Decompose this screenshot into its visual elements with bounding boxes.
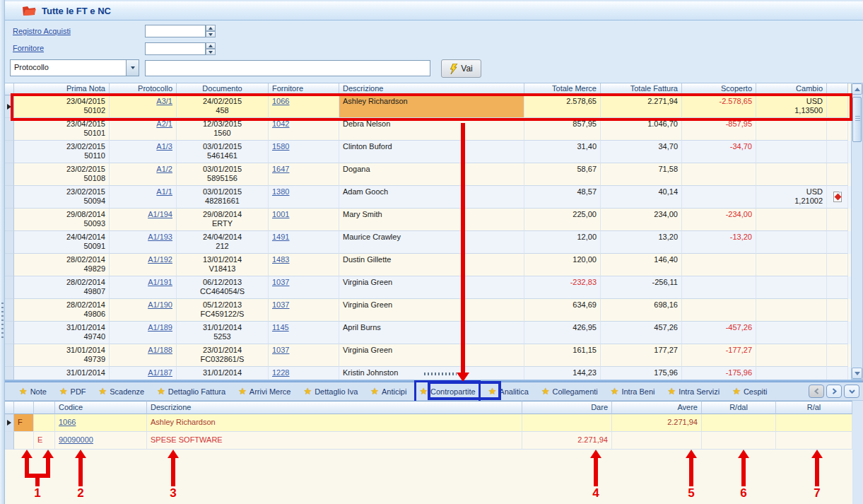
prima-nota-cell: 24/04/201450091 (14, 231, 110, 254)
protocollo-link[interactable]: A1/188 (148, 346, 172, 354)
codice-link[interactable]: 90090000 (59, 435, 93, 444)
detail-row[interactable]: E 90090000 SPESE SOFTWARE 2.271,94 (5, 432, 852, 450)
protocollo-link[interactable]: A1/194 (148, 210, 172, 218)
attachment-cell (827, 322, 848, 344)
protocollo-link[interactable]: A1/193 (148, 233, 172, 241)
registro-acquisti-input[interactable] (145, 25, 206, 37)
cambio-cell (756, 344, 827, 367)
table-row[interactable]: 28/02/201449806 A1/190 05/12/2013FC45912… (5, 299, 851, 322)
table-row[interactable]: 24/04/201450091 A1/193 24/04/2014212 149… (5, 231, 851, 254)
tab-cespiti[interactable]: ★ Cespiti (732, 385, 767, 398)
totale-merce-cell: 857,95 (524, 118, 601, 141)
registro-spin-down-button[interactable] (206, 31, 216, 37)
combo-dropdown-button[interactable] (126, 60, 139, 76)
protocollo-link[interactable]: A1/2 (156, 165, 172, 173)
fornitore-link[interactable]: 1037 (272, 300, 289, 309)
documento-cell: 06/12/2013CC464054/S (177, 276, 269, 299)
annotation-label-6: 6 (738, 486, 749, 500)
tab-label: Note (30, 387, 47, 396)
protocollo-link[interactable]: A1/187 (148, 368, 172, 377)
vertical-scrollbar[interactable] (851, 83, 863, 380)
left-panel-edge[interactable] (0, 0, 5, 504)
fornitore-link[interactable]: 1001 (272, 210, 289, 218)
table-row[interactable]: 28/02/201449829 A1/192 13/01/2014V18413 … (5, 254, 851, 276)
fornitore-link[interactable]: Fornitore (13, 44, 44, 52)
tab-note[interactable]: ★ Note (19, 385, 47, 398)
fornitore-link[interactable]: 1483 (272, 255, 289, 264)
fornitore-spin-down-button[interactable] (206, 49, 216, 55)
protocollo-link[interactable]: A1/3 (156, 142, 172, 151)
fornitore-link[interactable]: 1647 (272, 165, 289, 173)
fornitore-link[interactable]: 1380 (272, 187, 289, 196)
vai-button[interactable]: Vai (441, 59, 481, 78)
totale-fattura-cell: -256,11 (601, 276, 682, 299)
protocollo-link[interactable]: A1/192 (148, 255, 172, 264)
protocollo-link[interactable]: A1/190 (148, 300, 172, 309)
annotation-arrow-stem (815, 458, 819, 486)
arrow-down-icon (855, 372, 860, 375)
scrollbar-down-button[interactable] (852, 368, 862, 379)
search-input[interactable] (145, 60, 430, 76)
tab-dettaglio-fattura[interactable]: ★ Dettaglio Fattura (157, 385, 225, 398)
detail-header-ral[interactable]: R/al (776, 401, 852, 414)
fornitore-link[interactable]: 1037 (272, 346, 289, 354)
tab-collegamenti[interactable]: ★ Collegamenti (541, 385, 598, 398)
fornitore-link[interactable]: 1228 (272, 368, 289, 377)
tab-intra-beni[interactable]: ★ Intra Beni (611, 385, 655, 398)
fornitore-cell: 1647 (269, 163, 339, 186)
fornitore-cell: 1380 (269, 186, 339, 209)
tab-scroll-right-button[interactable] (826, 385, 842, 398)
detail-header-codice[interactable]: Codice (55, 401, 147, 414)
row-marker-cell (5, 254, 14, 276)
tab-dettaglio-iva[interactable]: ★ Dettaglio Iva (303, 385, 358, 398)
tab-scroll-left-button[interactable] (809, 385, 824, 398)
table-row[interactable]: 23/02/201550108 A1/2 03/01/20155895156 1… (5, 163, 851, 186)
scrollbar-up-button[interactable] (852, 83, 862, 95)
protocollo-link[interactable]: A1/189 (148, 323, 172, 332)
left-splitter-grip[interactable] (1, 303, 4, 339)
table-row[interactable]: 28/02/201449807 A1/191 06/12/2013CC46405… (5, 276, 851, 299)
fornitore-link[interactable]: 1145 (272, 323, 289, 332)
fornitore-input[interactable] (145, 42, 206, 55)
annotation-label-5: 5 (686, 486, 697, 500)
table-row[interactable]: 31/01/201449739 A1/188 23/01/2014FC03286… (5, 344, 851, 367)
search-field-select[interactable]: Protocollo (10, 59, 139, 76)
descrizione-cell: Dogana (339, 163, 524, 186)
registro-spin-up-button[interactable] (206, 25, 216, 31)
detail-header-rdal[interactable]: R/dal (702, 401, 776, 414)
protocollo-link[interactable]: A1/1 (156, 187, 172, 196)
tab-pdf[interactable]: ★ PDF (59, 385, 86, 398)
detail-header-dare[interactable]: Dare (522, 401, 612, 414)
table-row[interactable]: 23/02/201550110 A1/3 03/01/20155461461 1… (5, 141, 851, 163)
table-row[interactable]: 31/01/201449740 A1/189 31/01/20145253 11… (5, 322, 851, 344)
chevron-right-icon (831, 388, 838, 394)
registro-acquisti-link[interactable]: Registro Acquisti (13, 27, 71, 35)
detail-header-avere[interactable]: Avere (612, 401, 702, 414)
fornitore-link[interactable]: 1580 (272, 142, 289, 151)
table-row[interactable]: 23/02/201550094 A1/1 03/01/201548281661 … (5, 186, 851, 209)
tab-scadenze[interactable]: ★ Scadenze (99, 385, 145, 398)
fornitore-link[interactable]: 1491 (272, 233, 289, 241)
horizontal-splitter-grip[interactable] (424, 373, 457, 375)
codice-link[interactable]: 1066 (59, 418, 76, 426)
detail-header-descrizione[interactable]: Descrizione (147, 401, 522, 414)
detail-rdal-cell (702, 414, 776, 432)
tab-anticipi[interactable]: ★ Anticipi (370, 385, 406, 398)
tab-intra-servizi[interactable]: ★ Intra Servizi (668, 385, 720, 398)
attachment-cell (827, 276, 848, 299)
detail-row[interactable]: F 1066 Ashley Richardson 2.271,94 (5, 414, 852, 432)
scrollbar-thumb[interactable] (852, 97, 862, 142)
tab-arrivi-merce[interactable]: ★ Arrivi Merce (238, 385, 290, 398)
scoperto-cell: -457,26 (682, 322, 756, 344)
cambio-cell (756, 141, 827, 163)
tab-list-button[interactable] (844, 385, 859, 398)
table-row[interactable]: 23/04/201550101 A2/1 12/03/20151560 1042… (5, 118, 851, 141)
table-row[interactable]: 29/08/201450093 A1/194 29/08/2014ERTY 10… (5, 209, 851, 231)
pdf-icon[interactable] (833, 192, 842, 202)
star-icon: ★ (303, 387, 312, 396)
fornitore-link[interactable]: 1037 (272, 278, 289, 286)
protocollo-link[interactable]: A1/191 (148, 278, 172, 286)
fornitore-spin-up-button[interactable] (206, 42, 216, 49)
row-marker-cell (5, 209, 14, 231)
tab-label: Anticipi (382, 387, 406, 396)
